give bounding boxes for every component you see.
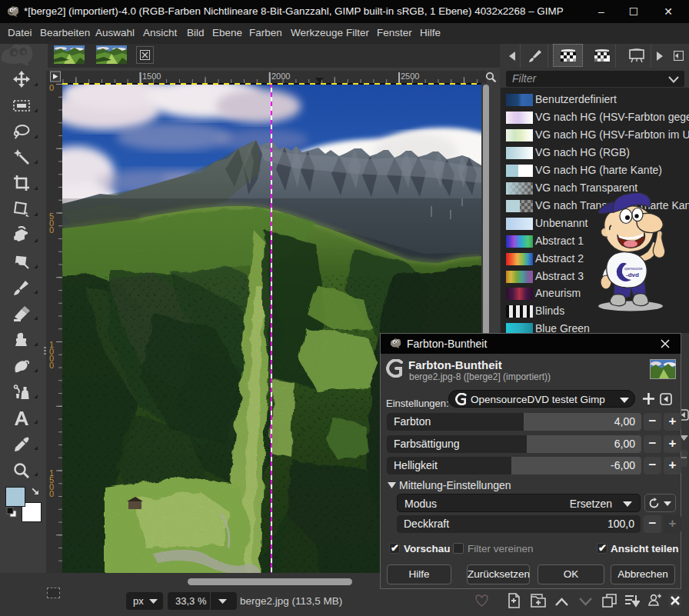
svg-text:-dvd: -dvd: [626, 271, 639, 278]
svg-text:opensource: opensource: [624, 267, 643, 271]
